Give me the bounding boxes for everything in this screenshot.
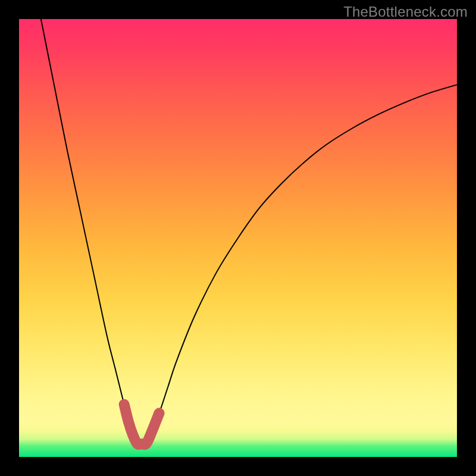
chart-frame: TheBottleneck.com (0, 0, 476, 476)
plot-area (19, 19, 457, 457)
bottleneck-curve (41, 19, 457, 444)
curve-svg (19, 19, 457, 457)
watermark-text: TheBottleneck.com (343, 4, 468, 20)
bottom-accent (124, 405, 159, 444)
